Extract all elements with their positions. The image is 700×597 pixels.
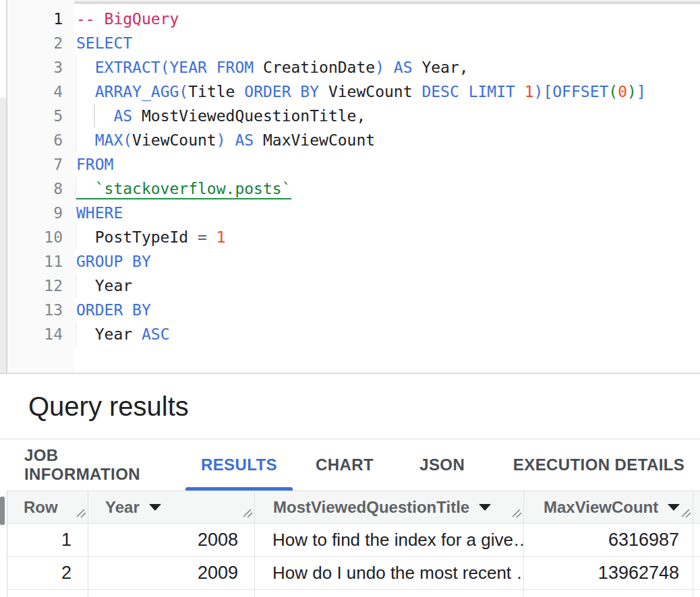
- tab-execution-details[interactable]: EXECUTION DETAILS: [498, 439, 700, 491]
- partial-row-cell: [524, 590, 693, 597]
- code-line-12[interactable]: Year: [75, 274, 700, 298]
- table-column-extra: [693, 491, 700, 597]
- cell-row1-MaxViewCount: 6316987: [524, 524, 693, 557]
- code-line-2[interactable]: SELECT: [75, 31, 700, 55]
- line-number: 7: [7, 152, 63, 177]
- code-line-7[interactable]: FROM: [75, 152, 700, 177]
- column-header-label: Year: [105, 498, 140, 517]
- code-text: -- BigQuery: [75, 7, 179, 31]
- editor-top-strip: [7, 1, 700, 4]
- line-number: 9: [7, 201, 63, 225]
- column-resize-handle-icon[interactable]: [681, 503, 691, 522]
- code-line-14[interactable]: Year ASC: [75, 322, 700, 346]
- cell-row1-MostViewedQuestionTitle: How to find the index for a give…: [255, 524, 523, 557]
- line-number: 8: [7, 177, 63, 201]
- column-header-MaxViewCount[interactable]: MaxViewCount: [524, 491, 693, 524]
- column-header-MostViewedQuestionTitle[interactable]: MostViewedQuestionTitle: [255, 491, 523, 524]
- tab-label: JSON: [419, 455, 465, 474]
- code-line-13[interactable]: ORDER BY: [75, 298, 700, 322]
- table-column-Row: Row12: [7, 491, 88, 597]
- table-column-Year: Year20082009: [88, 491, 254, 597]
- column-resize-handle-icon[interactable]: [243, 503, 253, 522]
- code-text: MAX(ViewCount) AS MaxViewCount: [75, 128, 375, 152]
- code-text: EXTRACT(YEAR FROM CreationDate) AS Year,: [75, 55, 469, 80]
- partial-row-cell: [88, 590, 254, 597]
- column-resize-handle-icon[interactable]: [76, 503, 86, 522]
- tab-chart[interactable]: CHART: [309, 439, 381, 491]
- code-text: SELECT: [75, 31, 132, 55]
- line-number: 13: [7, 298, 63, 322]
- column-header-extra: [693, 491, 700, 524]
- code-line-5[interactable]: AS MostViewedQuestionTitle,: [75, 104, 700, 128]
- column-dropdown-icon[interactable]: [479, 504, 491, 511]
- line-number: 6: [7, 128, 63, 152]
- partial-row-cell: [693, 590, 700, 597]
- code-lines[interactable]: -- BigQuerySELECT EXTRACT(YEAR FROM Crea…: [75, 7, 700, 346]
- tab-json[interactable]: JSON: [411, 439, 473, 491]
- partial-row-cell: [7, 590, 88, 597]
- code-line-9[interactable]: WHERE: [75, 201, 700, 225]
- column-dropdown-icon[interactable]: [149, 504, 161, 511]
- table-column-MostViewedQuestionTitle: MostViewedQuestionTitleHow to find the i…: [254, 491, 523, 597]
- table-column-MaxViewCount: MaxViewCount631698713962748: [523, 491, 693, 597]
- column-header-label: Row: [24, 498, 58, 517]
- column-header-Row[interactable]: Row: [7, 491, 88, 524]
- tab-label: EXECUTION DETAILS: [513, 455, 684, 474]
- results-scrollbar-thumb[interactable]: [0, 497, 5, 525]
- code-line-1[interactable]: -- BigQuery: [75, 7, 700, 31]
- bigquery-query-page: 1234567891011121314 -- BigQuerySELECT EX…: [0, 0, 700, 597]
- sql-editor[interactable]: 1234567891011121314 -- BigQuerySELECT EX…: [0, 0, 700, 373]
- column-resize-handle-icon[interactable]: [512, 503, 522, 522]
- code-text: ARRAY_AGG(Title ORDER BY ViewCount DESC …: [75, 80, 646, 104]
- cell-row1-extra: [693, 524, 700, 557]
- editor-left-scrollbar-track[interactable]: [0, 98, 6, 373]
- code-text: Year ASC: [75, 322, 169, 346]
- results-header: Query results: [0, 374, 700, 439]
- code-line-4[interactable]: ARRAY_AGG(Title ORDER BY ViewCount DESC …: [75, 80, 700, 104]
- code-text: AS MostViewedQuestionTitle,: [75, 104, 366, 128]
- column-header-label: MostViewedQuestionTitle: [273, 498, 469, 517]
- cell-row1-Year: 2008: [88, 524, 254, 557]
- code-line-8[interactable]: `stackoverflow.posts`: [75, 177, 700, 201]
- cell-row1-Row: 1: [7, 524, 88, 557]
- tab-job-information[interactable]: JOB INFORMATION: [24, 439, 169, 491]
- line-number: 5: [7, 104, 63, 128]
- partial-row-cell: [255, 590, 523, 597]
- cell-row2-MostViewedQuestionTitle: How do I undo the most recent …: [255, 557, 523, 590]
- line-number: 12: [7, 274, 63, 298]
- code-text: WHERE: [75, 201, 123, 225]
- code-line-11[interactable]: GROUP BY: [75, 249, 700, 274]
- column-dropdown-icon[interactable]: [668, 504, 680, 511]
- cell-row2-Year: 2009: [88, 557, 254, 590]
- code-line-10[interactable]: PostTypeId = 1: [75, 225, 700, 249]
- code-text: ORDER BY: [75, 298, 151, 322]
- code-text: `stackoverflow.posts`: [75, 177, 291, 201]
- line-number: 14: [7, 322, 63, 346]
- code-line-6[interactable]: MAX(ViewCount) AS MaxViewCount: [75, 128, 700, 152]
- column-header-Year[interactable]: Year: [88, 491, 254, 524]
- code-text: PostTypeId = 1: [75, 225, 226, 249]
- cell-row2-Row: 2: [7, 557, 88, 590]
- results-tabs: JOB INFORMATIONRESULTSCHARTJSONEXECUTION…: [0, 439, 700, 491]
- line-number: 3: [7, 55, 63, 80]
- cell-row2-extra: [693, 557, 700, 590]
- line-number: 10: [7, 225, 63, 249]
- line-number: 11: [7, 249, 63, 274]
- results-title: Query results: [28, 374, 189, 439]
- cell-row2-MaxViewCount: 13962748: [524, 557, 693, 590]
- line-number: 2: [7, 31, 63, 55]
- code-text: FROM: [75, 152, 113, 177]
- results-table: Row12Year20082009MostViewedQuestionTitle…: [0, 491, 700, 597]
- tab-label: JOB INFORMATION: [24, 446, 169, 484]
- tab-label: CHART: [316, 455, 374, 474]
- code-text: GROUP BY: [75, 249, 151, 274]
- code-text: Year: [75, 274, 132, 298]
- tab-label: RESULTS: [201, 455, 277, 474]
- line-number: 4: [7, 80, 63, 104]
- tab-results[interactable]: RESULTS: [185, 439, 293, 491]
- line-number: 1: [7, 7, 63, 31]
- column-header-label: MaxViewCount: [544, 498, 658, 517]
- gutter-numbers: 1234567891011121314: [7, 7, 63, 346]
- code-line-3[interactable]: EXTRACT(YEAR FROM CreationDate) AS Year,: [75, 55, 700, 80]
